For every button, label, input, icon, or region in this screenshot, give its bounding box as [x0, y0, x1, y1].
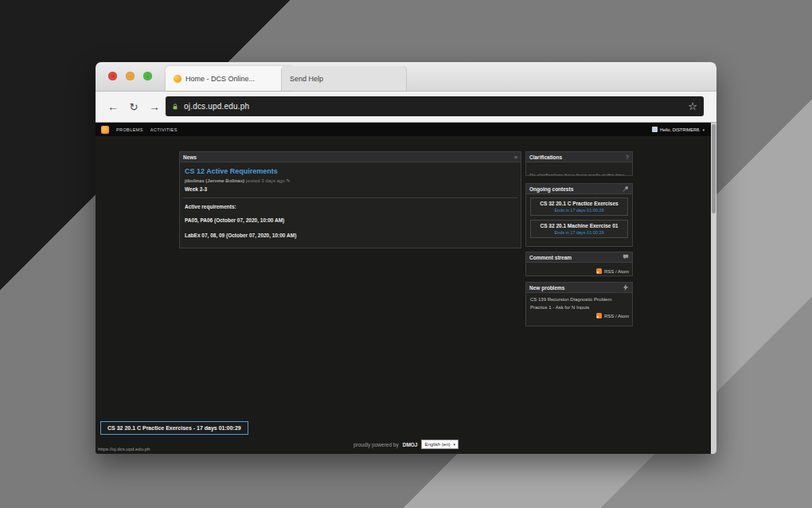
new-problems-panel: New problems CS 139 Recursion Diagnostic…: [525, 282, 633, 326]
ongoing-contests-panel: Ongoing contests CS 32 20.1 C Practice E…: [525, 183, 633, 247]
site-footer: proudly powered by DMOJ English (en) ▾: [96, 440, 716, 449]
window-controls: ✕ − +: [108, 72, 152, 80]
rss-atom-link[interactable]: RSS / Atom: [529, 268, 629, 274]
minimize-icon[interactable]: −: [126, 72, 135, 80]
site-navbar: PROBLEMS ACTIVITIES Hello, DISTRIMER8. ▾: [96, 123, 716, 136]
problem-link[interactable]: CS 139 Recursion Diagnostic Problem: [530, 297, 629, 302]
requirements-label: Active requirements:: [185, 204, 517, 209]
rss-atom-label: RSS / Atom: [604, 314, 629, 318]
comment-stream-panel: Comment stream RSS / Atom: [525, 252, 633, 276]
news-header: News »: [180, 152, 521, 162]
page-main: News » CS 12 Active Requirements jtbolin…: [96, 136, 716, 454]
close-icon[interactable]: ✕: [108, 72, 117, 80]
rss-icon: [596, 313, 602, 318]
user-menu[interactable]: Hello, DISTRIMER8. ▾: [652, 127, 711, 132]
clarifications-empty-message: No clarifications have been made at this…: [529, 173, 626, 176]
nav-item-problems[interactable]: PROBLEMS: [116, 127, 143, 132]
comment-stream-title: Comment stream: [529, 255, 620, 260]
requirement-line: PA05, PA06 (October 07, 2020, 10:00 AM): [185, 217, 517, 223]
edit-icon[interactable]: ✎: [286, 178, 290, 183]
contest-item[interactable]: CS 32 20.1 C Practice Exercises Ends in …: [530, 197, 628, 216]
requirement-line: LabEx 07, 08, 09 (October 07, 2020, 10:0…: [185, 233, 517, 238]
rss-icon: [596, 268, 602, 274]
problem-link[interactable]: Practice 1 - Ask for N Inputs: [530, 305, 629, 310]
nav-item-activities[interactable]: ACTIVITIES: [150, 127, 178, 132]
dmoj-brand-link[interactable]: DMOJ: [403, 442, 418, 447]
scrollbar[interactable]: [711, 123, 716, 454]
post-author-link[interactable]: jtbolinas (Jerome Bolinas): [185, 178, 244, 183]
rss-atom-label: RSS / Atom: [604, 269, 629, 274]
divider: [183, 197, 517, 198]
browser-window: ✕ − + Home - DCS Online... Send Help ← ↻…: [96, 62, 716, 454]
url-text: oj.dcs.upd.edu.ph: [184, 102, 682, 111]
ongoing-contests-title: Ongoing contests: [529, 186, 620, 192]
contest-ends: Ends in 17 days 01:00:29: [533, 208, 626, 213]
dmoj-favicon-icon: [174, 75, 182, 83]
new-problems-title: New problems: [529, 285, 620, 291]
forward-icon[interactable]: →: [146, 99, 162, 115]
news-body: CS 12 Active Requirements jtbolinas (Jer…: [180, 162, 521, 248]
comment-bubble-icon: [623, 254, 629, 260]
post-week-text: Week 2-3: [185, 186, 517, 192]
ongoing-contests-header: Ongoing contests: [526, 184, 632, 194]
pin-icon: [623, 186, 629, 192]
back-icon[interactable]: ←: [105, 99, 121, 115]
tab-send-help[interactable]: Send Help: [281, 66, 407, 91]
contest-timer-widget[interactable]: CS 32 20.1 C Practice Exercises - 17 day…: [100, 421, 248, 435]
tab-strip: ✕ − + Home - DCS Online... Send Help: [96, 62, 716, 92]
tab-home-label: Home - DCS Online...: [185, 75, 255, 83]
maximize-icon[interactable]: +: [143, 72, 152, 80]
news-more-icon[interactable]: »: [514, 154, 517, 160]
contest-name: CS 32 20.1 C Practice Exercises: [533, 201, 626, 206]
comment-stream-body: RSS / Atom: [526, 263, 632, 276]
clarifications-body: No clarifications have been made at this…: [526, 162, 632, 176]
question-icon: ?: [626, 154, 629, 160]
post-posted-text: posted 3 days ago: [246, 178, 285, 183]
clarifications-title: Clarifications: [529, 154, 623, 160]
language-select-value: English (en): [424, 442, 450, 447]
tab-send-help-label: Send Help: [290, 75, 323, 83]
ongoing-contests-body: CS 32 20.1 C Practice Exercises Ends in …: [526, 194, 632, 245]
address-bar[interactable]: oj.dcs.upd.edu.ph ☆: [166, 96, 704, 116]
post-byline: jtbolinas (Jerome Bolinas) posted 3 days…: [185, 178, 517, 183]
page-viewport: PROBLEMS ACTIVITIES Hello, DISTRIMER8. ▾…: [96, 123, 716, 454]
news-title: News: [183, 154, 512, 160]
chevron-down-icon: ▾: [702, 127, 705, 132]
language-select[interactable]: English (en) ▾: [421, 440, 459, 449]
refresh-icon[interactable]: ↻: [126, 99, 142, 115]
chevron-down-icon: ▾: [454, 442, 456, 447]
contest-name: CS 32 20.1 Machine Exercise 01: [533, 223, 626, 229]
status-link-preview: https://oj.dcs.upd.edu.ph: [98, 447, 150, 451]
bookmark-star-icon[interactable]: ☆: [688, 101, 697, 111]
post-title-link[interactable]: CS 12 Active Requirements: [185, 167, 517, 175]
dmoj-logo-icon[interactable]: [101, 126, 109, 134]
tab-home[interactable]: Home - DCS Online...: [166, 66, 293, 91]
new-problems-header: New problems: [526, 283, 632, 293]
comment-stream-header: Comment stream: [526, 252, 632, 263]
clarifications-panel: Clarifications ? No clarifications have …: [525, 151, 633, 176]
scrollbar-thumb[interactable]: [712, 124, 716, 213]
desktop-background: ✕ − + Home - DCS Online... Send Help ← ↻…: [0, 0, 812, 508]
browser-navbar: ← ↻ → oj.dcs.upd.edu.ph ☆: [96, 92, 716, 123]
rss-atom-link[interactable]: RSS / Atom: [529, 313, 629, 318]
contest-item[interactable]: CS 32 20.1 Machine Exercise 01 Ends in 1…: [530, 220, 628, 238]
contest-ends: Ends in 17 days 01:00:29: [533, 230, 626, 235]
user-greeting: Hello, DISTRIMER8.: [660, 127, 700, 132]
news-panel: News » CS 12 Active Requirements jtbolin…: [179, 151, 521, 248]
clarifications-header: Clarifications ?: [526, 152, 632, 162]
user-avatar-icon: [652, 127, 658, 132]
lock-icon: [172, 104, 178, 110]
bolt-icon: [623, 284, 629, 291]
powered-by-text: proudly powered by: [353, 442, 399, 447]
new-problems-body: CS 139 Recursion Diagnostic Problem Prac…: [526, 293, 632, 322]
